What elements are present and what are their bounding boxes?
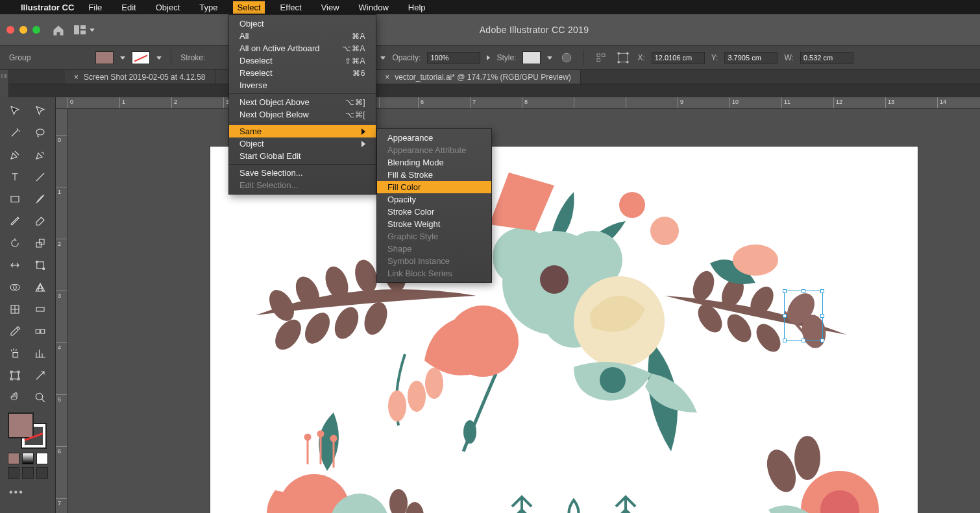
stroke-label[interactable]: Stroke: — [180, 53, 205, 62]
gradient-tool[interactable] — [29, 300, 53, 319]
arrange-documents-button[interactable] — [74, 25, 95, 34]
x-value[interactable]: 12.0106 cm — [652, 52, 705, 64]
color-mode-solid[interactable] — [8, 453, 19, 464]
symbol-sprayer-tool[interactable] — [3, 344, 27, 363]
home-icon[interactable] — [52, 24, 65, 36]
menu-item-same[interactable]: Same — [229, 125, 376, 137]
close-tab-icon[interactable]: × — [74, 73, 79, 82]
rotate-tool[interactable] — [3, 233, 27, 253]
close-window-button[interactable] — [6, 26, 14, 34]
transform-icon[interactable] — [615, 50, 631, 66]
mesh-tool[interactable] — [3, 300, 27, 319]
column-graph-tool[interactable] — [29, 344, 53, 363]
ruler-vertical[interactable]: 0 1 2 3 4 5 6 7 — [56, 109, 67, 513]
scale-tool[interactable] — [29, 233, 53, 253]
ruler-horizontal[interactable]: 0 1 2 3 4 6 7 8 9 10 11 12 13 14 — [56, 97, 980, 109]
artboard[interactable] — [210, 147, 918, 513]
menu-select[interactable]: Select — [233, 1, 264, 14]
width-tool[interactable] — [3, 256, 27, 275]
color-mode-gradient[interactable] — [22, 453, 34, 464]
close-tab-icon[interactable]: × — [385, 73, 389, 82]
maximize-window-button[interactable] — [32, 26, 40, 34]
submenu-appearance[interactable]: Appearance — [377, 132, 491, 144]
selection-bounding-box[interactable] — [784, 291, 823, 341]
menu-item-reselect[interactable]: Reselect⌘6 — [229, 67, 376, 79]
shaper-tool[interactable] — [3, 211, 27, 231]
selection-tool[interactable] — [3, 101, 27, 121]
chevron-down-icon[interactable] — [120, 56, 125, 60]
slice-tool[interactable] — [29, 366, 53, 385]
fill-stroke-indicator[interactable] — [8, 412, 47, 449]
menu-item-start-global[interactable]: Start Global Edit — [229, 150, 376, 162]
menu-item-save-selection[interactable]: Save Selection... — [229, 167, 376, 179]
line-tool[interactable] — [29, 167, 53, 187]
draw-normal[interactable] — [8, 467, 19, 479]
magic-wand-tool[interactable] — [3, 123, 27, 143]
menu-window[interactable]: Window — [355, 1, 393, 14]
menu-item-deselect[interactable]: Deselect⇧⌘A — [229, 54, 376, 67]
menu-object[interactable]: Object — [152, 1, 184, 14]
fill-swatch[interactable] — [95, 51, 114, 64]
menu-effect[interactable]: Effect — [276, 1, 306, 14]
submenu-blending[interactable]: Blending Mode — [377, 156, 491, 169]
opacity-label[interactable]: Opacity: — [392, 53, 421, 62]
submenu-opacity[interactable]: Opacity — [377, 193, 491, 206]
menu-item-all[interactable]: All⌘A — [229, 30, 376, 42]
artboard-tool[interactable] — [3, 366, 27, 385]
opacity-value[interactable]: 100% — [427, 52, 480, 64]
menu-item-object-heading[interactable]: Object — [229, 18, 376, 30]
menu-item-object-sub[interactable]: Object — [229, 137, 376, 150]
color-mode-none[interactable] — [36, 453, 48, 464]
submenu-stroke-color[interactable]: Stroke Color — [377, 206, 491, 218]
menu-file[interactable]: File — [84, 1, 106, 14]
blend-tool[interactable] — [29, 322, 53, 341]
style-label[interactable]: Style: — [496, 53, 516, 62]
zoom-tool[interactable] — [29, 388, 53, 407]
y-value[interactable]: 3.7905 cm — [724, 52, 778, 64]
svg-point-36 — [360, 299, 391, 338]
svg-point-67 — [389, 489, 408, 513]
minimize-window-button[interactable] — [19, 26, 27, 34]
draw-inside[interactable] — [36, 467, 48, 479]
stroke-swatch[interactable] — [132, 51, 150, 64]
chevron-down-icon[interactable] — [156, 56, 162, 60]
canvas[interactable] — [67, 109, 980, 513]
style-swatch[interactable] — [522, 51, 541, 64]
chevron-down-icon[interactable] — [380, 56, 386, 60]
eyedropper-tool[interactable] — [3, 322, 27, 341]
recolor-artwork-icon[interactable] — [559, 50, 574, 66]
shape-builder-tool[interactable] — [3, 278, 27, 297]
menu-view[interactable]: View — [317, 1, 343, 14]
paintbrush-tool[interactable] — [29, 189, 53, 209]
menu-help[interactable]: Help — [404, 1, 430, 14]
submenu-fill-color[interactable]: Fill Color — [377, 181, 491, 193]
menu-item-next-below[interactable]: Next Object Below⌥⌘[ — [229, 108, 376, 121]
document-tab-active[interactable]: × vector_tutorial.ai* @ 174.71% (RGB/GPU… — [376, 70, 581, 84]
eraser-tool[interactable] — [29, 211, 53, 231]
menu-item-inverse[interactable]: Inverse — [229, 79, 376, 91]
draw-behind[interactable] — [22, 467, 34, 479]
submenu-stroke-weight[interactable]: Stroke Weight — [377, 218, 491, 230]
menu-edit[interactable]: Edit — [117, 1, 140, 14]
hand-tool[interactable] — [3, 388, 27, 407]
document-tab[interactable]: × Screen Shot 2019-02-05 at 4.12.58 — [65, 70, 215, 84]
app-name[interactable]: Illustrator CC — [21, 3, 74, 12]
type-tool[interactable] — [3, 167, 27, 187]
edit-toolbar-icon[interactable]: ••• — [9, 486, 53, 498]
direct-selection-tool[interactable] — [29, 101, 53, 121]
align-icon[interactable] — [593, 50, 609, 66]
chevron-down-icon[interactable] — [547, 56, 552, 60]
submenu-fill-stroke[interactable]: Fill & Stroke — [377, 169, 491, 181]
menu-type[interactable]: Type — [195, 1, 221, 14]
lasso-tool[interactable] — [29, 123, 53, 143]
pen-tool[interactable] — [3, 145, 27, 165]
curvature-tool[interactable] — [29, 145, 53, 165]
rectangle-tool[interactable] — [3, 189, 27, 209]
menu-item-next-above[interactable]: Next Object Above⌥⌘] — [229, 96, 376, 108]
free-transform-tool[interactable] — [29, 256, 53, 275]
chevron-right-icon[interactable] — [487, 55, 490, 60]
w-value[interactable]: 0.532 cm — [800, 52, 853, 64]
menu-item-all-artboard[interactable]: All on Active Artboard⌥⌘A — [229, 42, 376, 54]
perspective-grid-tool[interactable] — [29, 278, 53, 297]
fill-indicator[interactable] — [8, 412, 34, 438]
